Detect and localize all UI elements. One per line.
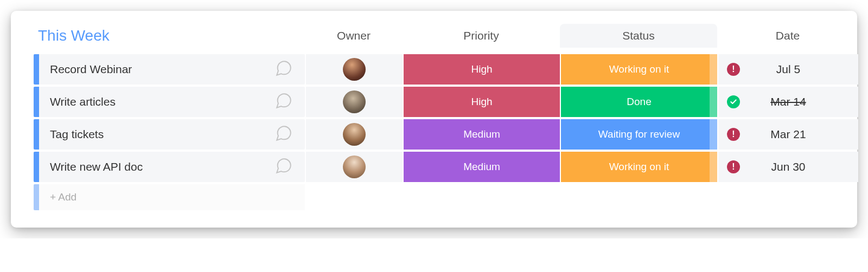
col-header-status[interactable]: Status — [560, 24, 717, 48]
date-cell[interactable]: !Jul 5 — [718, 54, 858, 85]
header-row: This Week Owner Priority Status Date — [34, 24, 838, 48]
priority-label: High — [471, 96, 492, 108]
avatar — [343, 123, 366, 146]
comment-icon[interactable] — [275, 124, 293, 145]
status-cell[interactable]: Working on it — [561, 152, 717, 182]
table-row: Record WebinarHighWorking on it!Jul 5 — [34, 54, 838, 85]
task-name-cell[interactable]: Tag tickets — [34, 119, 305, 150]
comment-icon[interactable] — [275, 92, 293, 112]
row-handle[interactable] — [34, 54, 39, 85]
owner-cell[interactable] — [306, 119, 403, 150]
date-cell[interactable]: !Jun 30 — [718, 152, 858, 182]
comment-icon[interactable] — [275, 59, 293, 80]
status-label: Working on it — [609, 161, 669, 173]
board: This Week Owner Priority Status Date Rec… — [11, 11, 857, 228]
status-column-highlight — [710, 54, 717, 85]
add-row: + Add — [34, 184, 838, 210]
row-handle[interactable] — [34, 87, 39, 117]
status-label: Working on it — [609, 63, 669, 75]
date-text: Mar 14 — [770, 95, 806, 108]
avatar — [343, 90, 366, 113]
status-label: Waiting for review — [598, 128, 680, 140]
task-name: Tag tickets — [50, 128, 104, 141]
alert-icon: ! — [727, 160, 740, 173]
priority-cell[interactable]: Medium — [404, 119, 560, 150]
table-row: Write new API docMediumWorking on it!Jun… — [34, 152, 838, 182]
row-handle[interactable] — [34, 119, 39, 150]
comment-icon[interactable] — [275, 157, 293, 177]
check-icon — [727, 95, 740, 108]
priority-cell[interactable]: High — [404, 54, 560, 85]
priority-cell[interactable]: High — [404, 87, 560, 117]
priority-label: Medium — [463, 128, 500, 140]
add-label: + Add — [50, 191, 76, 203]
avatar — [343, 58, 366, 81]
avatar — [343, 156, 366, 178]
date-cell[interactable]: !Mar 21 — [718, 119, 858, 150]
owner-cell[interactable] — [306, 54, 403, 85]
row-handle[interactable] — [34, 152, 39, 182]
status-cell[interactable]: Working on it — [561, 54, 717, 85]
date-text: Jun 30 — [771, 160, 805, 173]
add-item-button[interactable]: + Add — [34, 184, 305, 210]
table-row: Write articlesHighDoneMar 14 — [34, 87, 838, 117]
date-text: Mar 21 — [770, 128, 806, 141]
priority-label: Medium — [463, 161, 500, 173]
task-name: Record Webinar — [50, 63, 132, 76]
alert-icon: ! — [727, 63, 740, 76]
row-handle — [34, 184, 39, 210]
status-cell[interactable]: Done — [561, 87, 717, 117]
status-cell[interactable]: Waiting for review — [561, 119, 717, 150]
owner-cell[interactable] — [306, 152, 403, 182]
task-name-cell[interactable]: Write new API doc — [34, 152, 305, 182]
date-cell[interactable]: Mar 14 — [718, 87, 858, 117]
task-name-cell[interactable]: Write articles — [34, 87, 305, 117]
task-name: Write articles — [50, 95, 116, 108]
alert-icon: ! — [727, 128, 740, 141]
priority-cell[interactable]: Medium — [404, 152, 560, 182]
col-header-priority[interactable]: Priority — [403, 24, 560, 48]
group-title[interactable]: This Week — [34, 27, 305, 44]
col-header-date[interactable]: Date — [717, 24, 858, 48]
priority-label: High — [471, 63, 492, 75]
col-header-owner[interactable]: Owner — [305, 24, 403, 48]
task-name: Write new API doc — [50, 160, 143, 173]
owner-cell[interactable] — [306, 87, 403, 117]
status-label: Done — [627, 96, 651, 108]
status-column-highlight — [710, 152, 717, 182]
table-row: Tag ticketsMediumWaiting for review!Mar … — [34, 119, 838, 150]
status-column-highlight — [710, 87, 717, 117]
date-text: Jul 5 — [776, 63, 800, 76]
task-name-cell[interactable]: Record Webinar — [34, 54, 305, 85]
status-column-highlight — [710, 119, 717, 150]
